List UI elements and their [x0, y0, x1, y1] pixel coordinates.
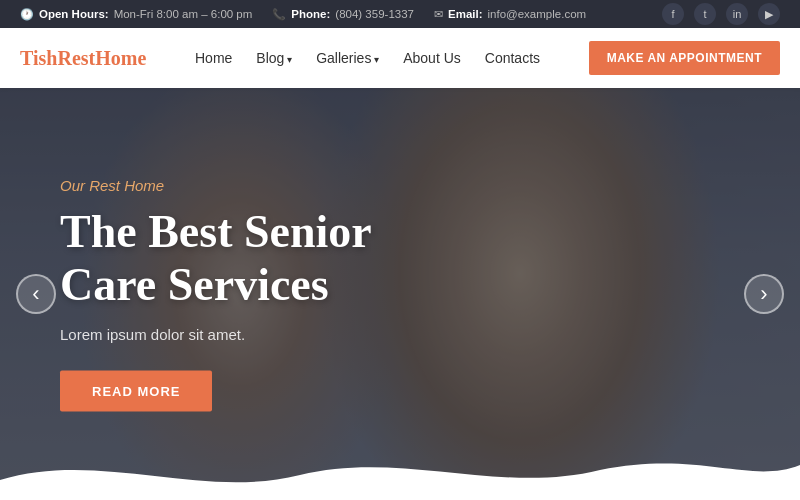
hero-subtitle: Our Rest Home — [60, 177, 372, 194]
phone-item: 📞 Phone: (804) 359-1337 — [272, 8, 414, 21]
phone-value: (804) 359-1337 — [335, 8, 414, 20]
top-bar: 🕐 Open Hours: Mon-Fri 8:00 am – 6:00 pm … — [0, 0, 800, 28]
instagram-icon[interactable]: in — [726, 3, 748, 25]
hero-content: Our Rest Home The Best Senior Care Servi… — [60, 177, 372, 412]
open-hours-label: Open Hours: — [39, 8, 109, 20]
email-icon: ✉ — [434, 8, 443, 21]
phone-icon: 📞 — [272, 8, 286, 21]
hero-title: The Best Senior Care Services — [60, 206, 372, 312]
nav-links: Home Blog Galleries About Us Contacts — [195, 50, 540, 66]
youtube-icon[interactable]: ▶ — [758, 3, 780, 25]
nav-about[interactable]: About Us — [403, 50, 461, 66]
nav-blog[interactable]: Blog — [256, 50, 292, 66]
facebook-icon[interactable]: f — [662, 3, 684, 25]
hero-title-line2: Care Services — [60, 259, 329, 310]
hero-description: Lorem ipsum dolor sit amet. — [60, 325, 372, 342]
navbar: TishRestHome Home Blog Galleries About U… — [0, 28, 800, 88]
site-logo[interactable]: TishRestHome — [20, 47, 146, 70]
top-bar-left: 🕐 Open Hours: Mon-Fri 8:00 am – 6:00 pm … — [20, 8, 586, 21]
read-more-button[interactable]: READ MORE — [60, 370, 212, 411]
clock-icon: 🕐 — [20, 8, 34, 21]
open-hours-item: 🕐 Open Hours: Mon-Fri 8:00 am – 6:00 pm — [20, 8, 252, 21]
hero-arrow-left[interactable]: ‹ — [16, 274, 56, 314]
chevron-right-icon: › — [760, 283, 767, 305]
open-hours-value: Mon-Fri 8:00 am – 6:00 pm — [114, 8, 253, 20]
email-item: ✉ Email: info@example.com — [434, 8, 586, 21]
social-icons: f t in ▶ — [662, 3, 780, 25]
hero-title-line1: The Best Senior — [60, 206, 372, 257]
phone-label: Phone: — [291, 8, 330, 20]
email-value: info@example.com — [488, 8, 587, 20]
nav-galleries[interactable]: Galleries — [316, 50, 379, 66]
twitter-icon[interactable]: t — [694, 3, 716, 25]
email-label: Email: — [448, 8, 483, 20]
nav-contacts[interactable]: Contacts — [485, 50, 540, 66]
appointment-button[interactable]: MAKE AN APPOINTMENT — [589, 41, 780, 75]
wave-decoration — [0, 440, 800, 500]
hero-section: ‹ Our Rest Home The Best Senior Care Ser… — [0, 88, 800, 500]
chevron-left-icon: ‹ — [32, 283, 39, 305]
nav-home[interactable]: Home — [195, 50, 232, 66]
hero-arrow-right[interactable]: › — [744, 274, 784, 314]
